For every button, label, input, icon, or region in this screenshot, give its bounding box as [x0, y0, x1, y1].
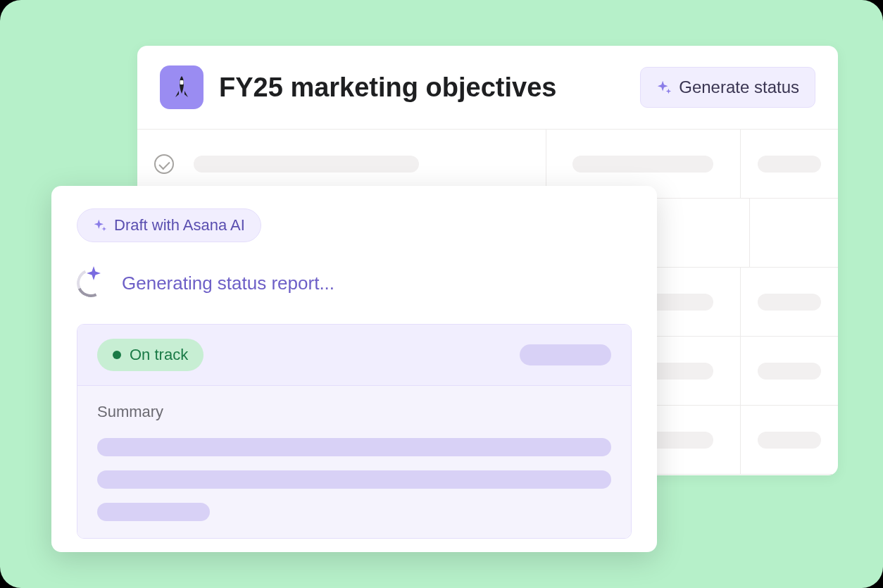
placeholder-bar — [97, 503, 210, 521]
status-report-header: On track — [77, 325, 631, 386]
placeholder-bar — [97, 438, 611, 456]
svg-rect-0 — [180, 80, 184, 85]
placeholder-bar — [758, 363, 821, 380]
rocket-icon — [171, 75, 192, 99]
check-circle-icon[interactable] — [154, 154, 174, 174]
project-title: FY25 marketing objectives — [219, 73, 625, 103]
placeholder-bar — [572, 156, 713, 173]
placeholder-bar — [758, 156, 821, 173]
status-modal: Draft with Asana AI Generating status re… — [51, 186, 657, 552]
placeholder-bar — [194, 156, 419, 173]
status-report-box: On track Summary — [77, 324, 632, 539]
generating-text: Generating status report... — [122, 273, 334, 294]
project-icon-rocket — [160, 65, 203, 109]
sparkle-icon — [93, 218, 107, 232]
status-report-body: Summary — [77, 386, 631, 538]
placeholder-bar — [758, 432, 821, 449]
loading-spinner-icon — [77, 269, 105, 297]
summary-heading: Summary — [97, 403, 611, 421]
status-dot-icon — [113, 351, 121, 359]
placeholder-bar — [97, 470, 611, 489]
draft-with-ai-pill[interactable]: Draft with Asana AI — [77, 208, 261, 242]
draft-pill-label: Draft with Asana AI — [114, 216, 245, 234]
project-header: FY25 marketing objectives Generate statu… — [137, 46, 838, 129]
status-pill-label: On track — [130, 346, 188, 364]
placeholder-bar — [520, 344, 611, 365]
stage-background: FY25 marketing objectives Generate statu… — [0, 0, 883, 588]
generate-status-button[interactable]: Generate status — [640, 67, 815, 108]
status-pill-on-track[interactable]: On track — [97, 339, 203, 371]
generate-status-label: Generate status — [679, 77, 799, 97]
sparkle-icon — [656, 80, 672, 95]
placeholder-bar — [758, 294, 821, 311]
generating-row: Generating status report... — [77, 269, 632, 297]
